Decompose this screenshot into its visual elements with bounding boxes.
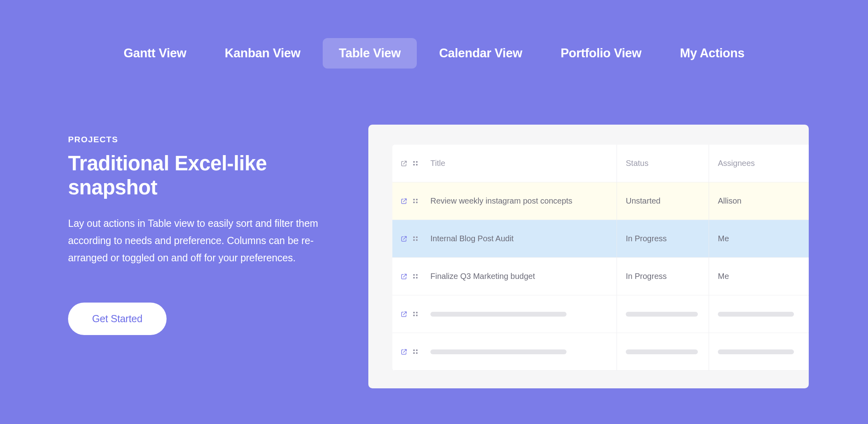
external-link-icon[interactable] xyxy=(400,273,408,280)
table-row-placeholder xyxy=(392,295,809,333)
tab-my-actions[interactable]: My Actions xyxy=(664,38,760,69)
eyebrow-label: PROJECTS xyxy=(68,135,332,144)
feature-description-text: Lay out actions in Table view to easily … xyxy=(68,215,328,267)
tab-portfolio[interactable]: Portfolio View xyxy=(545,38,657,69)
placeholder-bar xyxy=(626,312,698,317)
task-assignee: Allison xyxy=(718,196,741,206)
task-status: In Progress xyxy=(626,272,667,281)
table-card: Title Status Assignees xyxy=(368,125,809,388)
placeholder-bar xyxy=(430,312,567,317)
tab-gantt[interactable]: Gantt View xyxy=(108,38,203,69)
placeholder-bar xyxy=(718,349,794,354)
feature-description: PROJECTS Traditional Excel-like snapshot… xyxy=(68,125,332,388)
feature-heading: Traditional Excel-like snapshot xyxy=(68,151,332,200)
task-assignee: Me xyxy=(718,234,729,243)
drag-handle-icon[interactable] xyxy=(413,236,419,241)
task-status: Unstarted xyxy=(626,196,661,206)
table-preview-panel: Title Status Assignees xyxy=(368,125,809,388)
drag-handle-icon xyxy=(413,161,419,166)
task-title: Internal Blog Post Audit xyxy=(430,234,514,243)
placeholder-bar xyxy=(430,349,567,354)
external-link-icon xyxy=(400,348,408,355)
drag-handle-icon[interactable] xyxy=(413,199,419,203)
drag-handle-icon xyxy=(413,312,419,316)
table-row[interactable]: Internal Blog Post Audit In Progress Me xyxy=(392,220,809,258)
table-row[interactable]: Finalize Q3 Marketing budget In Progress… xyxy=(392,258,809,295)
view-tabs: Gantt View Kanban View Table View Calend… xyxy=(0,0,868,69)
external-link-icon[interactable] xyxy=(400,235,408,242)
external-link-icon xyxy=(400,160,408,167)
table-header-row: Title Status Assignees xyxy=(392,145,809,182)
drag-handle-icon xyxy=(413,349,419,354)
table-row[interactable]: Review weekly instagram post concepts Un… xyxy=(392,182,809,220)
column-header-assignees[interactable]: Assignees xyxy=(718,159,755,168)
external-link-icon xyxy=(400,311,408,318)
task-title: Finalize Q3 Marketing budget xyxy=(430,272,535,281)
column-header-status[interactable]: Status xyxy=(626,159,649,168)
get-started-button[interactable]: Get Started xyxy=(68,303,167,335)
table-row-placeholder xyxy=(392,333,809,371)
column-header-title[interactable]: Title xyxy=(430,159,445,168)
tab-calendar[interactable]: Calendar View xyxy=(423,38,538,69)
tab-table[interactable]: Table View xyxy=(323,38,416,69)
task-assignee: Me xyxy=(718,272,729,281)
external-link-icon[interactable] xyxy=(400,198,408,205)
task-title: Review weekly instagram post concepts xyxy=(430,196,573,205)
tab-kanban[interactable]: Kanban View xyxy=(209,38,316,69)
placeholder-bar xyxy=(626,349,698,354)
placeholder-bar xyxy=(718,312,794,317)
task-status: In Progress xyxy=(626,234,667,243)
project-table: Title Status Assignees xyxy=(392,145,809,371)
drag-handle-icon[interactable] xyxy=(413,274,419,279)
